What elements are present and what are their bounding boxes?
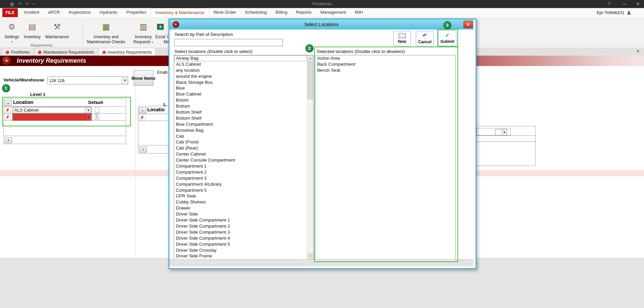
ribbon-tab-file[interactable]: FILE bbox=[2, 8, 18, 17]
titlebar: ▦ ↶ ↷ ▾ FireWorks ? — ✕ bbox=[0, 0, 644, 8]
dialog-title: Select Locations bbox=[304, 22, 339, 27]
location-item[interactable]: Driver Side Compartment 5 bbox=[174, 241, 307, 247]
ribbon-tab-incident[interactable]: Incident bbox=[19, 8, 44, 17]
location-item[interactable]: Driver Side Frame bbox=[174, 253, 307, 259]
annotation-rect-step3 bbox=[437, 29, 458, 47]
ribbon-tab-reports[interactable]: Reports bbox=[292, 8, 316, 17]
ribbon-tab-inventory-maintenance[interactable]: Inventory & Maintenance bbox=[151, 8, 209, 17]
location-item[interactable]: Airway Bag bbox=[174, 55, 307, 61]
undo-arrow-icon: ↶ bbox=[423, 33, 427, 39]
location-item[interactable]: Bottom Shelf bbox=[174, 109, 307, 115]
new-button[interactable]: New bbox=[393, 31, 411, 46]
table-grid-line bbox=[475, 141, 536, 142]
location-item[interactable]: Cab (Rear) bbox=[174, 145, 307, 151]
ribbon-tab-epcr[interactable]: ePCR bbox=[44, 8, 64, 17]
available-locations-listbox[interactable]: Airway BagALS Cabinetany locationaround … bbox=[174, 55, 313, 259]
location-item[interactable]: around the engine bbox=[174, 73, 307, 79]
location-item[interactable]: Cubby Shelves bbox=[174, 199, 307, 205]
vehicle-warehouse-select[interactable]: 126 126 ▼ bbox=[47, 76, 128, 84]
ribbon-tab-hydrants[interactable]: Hydrants bbox=[95, 8, 122, 17]
excel-icon: X bbox=[157, 24, 164, 30]
doc-tab-fireworks[interactable]: FireWorks bbox=[2, 48, 34, 56]
table-grid-line bbox=[475, 166, 536, 166]
location-item[interactable]: Botom bbox=[174, 97, 307, 103]
doc-tab-maintenance-requirements[interactable]: Maintenance Requirements bbox=[34, 48, 98, 56]
annotation-badge-3: 3 bbox=[443, 21, 451, 29]
scroll-down-icon[interactable]: ▼ bbox=[307, 253, 313, 259]
location-item[interactable]: Blue bbox=[174, 85, 307, 91]
location-item[interactable]: Black Storage Box bbox=[174, 79, 307, 85]
location-item[interactable]: Cab bbox=[174, 133, 307, 139]
doc-tab-close-icon[interactable]: ✕ bbox=[636, 49, 640, 54]
ribbon-tab-properties[interactable]: Properties bbox=[122, 8, 151, 17]
location-item[interactable]: Center Cabinet bbox=[174, 151, 307, 157]
location-item[interactable]: Bottom bbox=[174, 103, 307, 109]
ribbon-tab-scheduling[interactable]: Scheduling bbox=[241, 8, 271, 17]
location-item[interactable]: Bow Compartment bbox=[174, 121, 307, 127]
cancel-button[interactable]: ↶ Cancel bbox=[416, 31, 434, 46]
ribbon-tab-inspections[interactable]: Inspections bbox=[64, 8, 95, 17]
page-title: Inventory Requirements bbox=[17, 56, 86, 66]
location-item[interactable]: ALS Cabinet bbox=[174, 61, 307, 67]
delete-row-button[interactable]: ✗ bbox=[139, 114, 146, 120]
location-item[interactable]: CPR Seat bbox=[174, 193, 307, 199]
ribbon-tabs: IncidentePCRInspectionsHydrantsPropertie… bbox=[19, 8, 367, 17]
location-item[interactable]: Center Console Compartment bbox=[174, 157, 307, 163]
expand-down-button[interactable]: ▼ bbox=[139, 147, 147, 152]
doc-tab-inventory-requirements[interactable]: Inventory Requirements bbox=[99, 48, 156, 56]
fireworks-logo-icon bbox=[102, 51, 106, 54]
ribbon-tab-billing[interactable]: Billing bbox=[271, 8, 292, 17]
location-item[interactable]: Bottom Shelf bbox=[174, 115, 307, 121]
maintenance-button[interactable]: ⚒ Maintenance bbox=[43, 18, 71, 40]
location-item[interactable]: Driver Side Compartment 2 bbox=[174, 223, 307, 229]
settings-button[interactable]: ⚙ Settings ▾ bbox=[3, 18, 21, 43]
ribbon-tab-management[interactable]: Management bbox=[316, 8, 350, 17]
ribbon-tab-work-order[interactable]: Work Order bbox=[209, 8, 241, 17]
annotation-rect-step1 bbox=[2, 97, 131, 126]
panel-divider bbox=[135, 66, 136, 258]
search-label: Search by Part of Description bbox=[175, 32, 233, 38]
inventory-button[interactable]: ▤ Inventory bbox=[22, 18, 42, 40]
location-item[interactable]: Compartment 4/Library bbox=[174, 181, 307, 187]
minimize-button[interactable]: — bbox=[620, 0, 630, 8]
enable-label-fragment: Enab bbox=[157, 69, 167, 75]
location-item[interactable]: Broselow Bag bbox=[174, 127, 307, 133]
search-input[interactable] bbox=[174, 39, 283, 46]
location-item[interactable]: Compartment 3 bbox=[174, 175, 307, 181]
collapse-up-button[interactable]: ▲ bbox=[139, 107, 146, 113]
scroll-up-icon[interactable]: ▲ bbox=[307, 55, 313, 61]
location-item[interactable]: any location bbox=[174, 67, 307, 73]
location-item[interactable]: Blue Cabinet bbox=[174, 91, 307, 97]
expand-down-button[interactable]: ▼ bbox=[5, 137, 12, 143]
table-grid-line bbox=[475, 126, 536, 126]
fireworks-logo-icon bbox=[38, 51, 41, 54]
location-item[interactable]: Cab (Front) bbox=[174, 139, 307, 145]
location-item[interactable]: Compartment 5 bbox=[174, 187, 307, 193]
fireworks-logo-icon: ✶ bbox=[172, 21, 179, 28]
location-item[interactable]: Compartment 1 bbox=[174, 163, 307, 169]
user-block[interactable]: Epr-TsWeb101 bbox=[597, 8, 631, 17]
location-item[interactable]: Driver Side Compartment 4 bbox=[174, 235, 307, 241]
location-item[interactable]: Drawer bbox=[174, 205, 307, 211]
fireworks-logo-icon: ✶ bbox=[2, 56, 11, 65]
annotation-badge-2: 2 bbox=[305, 44, 313, 52]
inventory-maintenance-checks-button[interactable]: ▦ Inventory and Maintenance Checks bbox=[85, 18, 127, 45]
move-items-button[interactable]: Move Items bbox=[134, 70, 153, 86]
chevron-down-icon[interactable]: ▼ bbox=[122, 77, 128, 84]
ribbon-tab-mih[interactable]: MIH bbox=[350, 8, 367, 17]
scrollbar[interactable]: ▲ ▼ bbox=[307, 55, 313, 259]
help-button[interactable]: ? bbox=[604, 0, 614, 8]
chevron-down-icon[interactable]: ▼ bbox=[502, 129, 507, 135]
annotation-badge-1: 1 bbox=[2, 84, 10, 92]
close-window-button[interactable]: ✕ bbox=[633, 0, 643, 8]
location-item[interactable]: Driver Side bbox=[174, 211, 307, 217]
location-item[interactable]: Driver Side Crosslay bbox=[174, 247, 307, 253]
cell-select[interactable]: ▼ bbox=[495, 129, 507, 135]
requests-icon: ▥ bbox=[140, 19, 147, 35]
scrollbar-thumb[interactable] bbox=[308, 62, 313, 99]
location-list: Airway BagALS Cabinetany locationaround … bbox=[174, 55, 307, 259]
location-item[interactable]: Driver Side Compartment 1 bbox=[174, 217, 307, 223]
dialog-close-button[interactable]: ✕ bbox=[463, 21, 473, 28]
location-item[interactable]: Driver Side Compartment 3 bbox=[174, 229, 307, 235]
location-item[interactable]: Compartment 2 bbox=[174, 169, 307, 175]
